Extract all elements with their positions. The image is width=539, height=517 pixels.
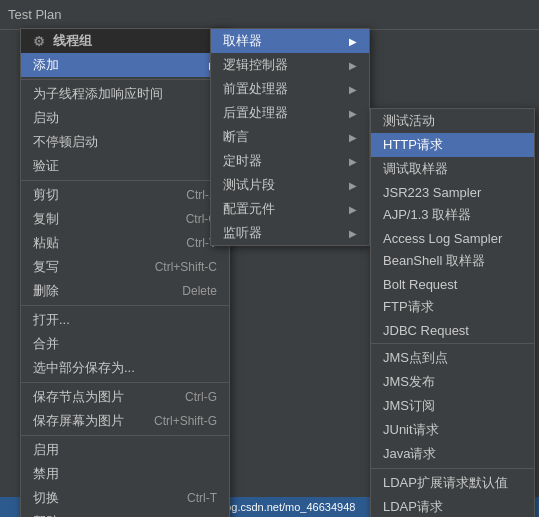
cut-label: 剪切 xyxy=(33,186,166,204)
jms-point-label: JMS点到点 xyxy=(383,349,522,367)
menu-item-jms-point[interactable]: JMS点到点 xyxy=(371,346,534,370)
menu-item-add-label: 添加 xyxy=(33,56,205,74)
menu-item-assertion[interactable]: 断言 ▶ xyxy=(211,125,369,149)
menu-item-start-no-pause[interactable]: 不停顿启动 xyxy=(21,130,229,154)
junit-label: JUnit请求 xyxy=(383,421,522,439)
menu-item-ldap-ext[interactable]: LDAP扩展请求默认值 xyxy=(371,471,534,495)
gear-icon: ⚙ xyxy=(33,34,47,48)
pre-proc-arrow: ▶ xyxy=(349,84,357,95)
menu-item-config[interactable]: 配置元件 ▶ xyxy=(211,197,369,221)
menu-item-bolt[interactable]: Bolt Request xyxy=(371,273,534,295)
context-menu-level1: ⚙ 线程组 添加 ▶ 为子线程添加响应时间 启动 不停顿启动 验证 剪切 Ctr… xyxy=(20,28,230,517)
help-label: 帮助 xyxy=(33,513,217,517)
java-label: Java请求 xyxy=(383,445,522,463)
separator-2 xyxy=(21,180,229,181)
delete-label: 删除 xyxy=(33,282,162,300)
menu-item-copy[interactable]: 复制 Ctrl-C xyxy=(21,207,229,231)
menu-item-jsr223[interactable]: JSR223 Sampler xyxy=(371,181,534,203)
save-screen-shortcut: Ctrl+Shift-G xyxy=(154,414,217,428)
menu-item-ftp[interactable]: FTP请求 xyxy=(371,295,534,319)
separator-m3-2 xyxy=(371,468,534,469)
sampler-arrow: ▶ xyxy=(349,36,357,47)
jsr223-label: JSR223 Sampler xyxy=(383,185,522,200)
menu-item-add-response-time[interactable]: 为子线程添加响应时间 xyxy=(21,82,229,106)
logic-ctrl-label: 逻辑控制器 xyxy=(223,56,345,74)
menu-item-jms-sub[interactable]: JMS订阅 xyxy=(371,394,534,418)
test-fragment-label: 测试片段 xyxy=(223,176,345,194)
duplicate-shortcut: Ctrl+Shift-C xyxy=(155,260,217,274)
paste-label: 粘贴 xyxy=(33,234,166,252)
sampler-label: 取样器 xyxy=(223,32,345,50)
start-label: 启动 xyxy=(33,109,217,127)
add-response-time-label: 为子线程添加响应时间 xyxy=(33,85,217,103)
menu-item-test-fragment[interactable]: 测试片段 ▶ xyxy=(211,173,369,197)
logic-ctrl-arrow: ▶ xyxy=(349,60,357,71)
menu-item-debug-sampler[interactable]: 调试取样器 xyxy=(371,157,534,181)
menu-item-add[interactable]: 添加 ▶ xyxy=(21,53,229,77)
copy-label: 复制 xyxy=(33,210,166,228)
jms-sub-label: JMS订阅 xyxy=(383,397,522,415)
menu-item-save-selection[interactable]: 选中部分保存为... xyxy=(21,356,229,380)
ldap-label: LDAP请求 xyxy=(383,498,522,516)
menu-item-beanshell[interactable]: BeanShell 取样器 xyxy=(371,249,534,273)
menu-item-save-screen-img[interactable]: 保存屏幕为图片 Ctrl+Shift-G xyxy=(21,409,229,433)
separator-3 xyxy=(21,305,229,306)
top-bar: Test Plan xyxy=(0,0,539,30)
test-activity-label: 测试活动 xyxy=(383,112,522,130)
menu-item-test-activity[interactable]: 测试活动 xyxy=(371,109,534,133)
menu-item-ajp[interactable]: AJP/1.3 取样器 xyxy=(371,203,534,227)
menu-item-java[interactable]: Java请求 xyxy=(371,442,534,466)
menu-item-disable[interactable]: 禁用 xyxy=(21,462,229,486)
menu-item-toggle[interactable]: 切换 Ctrl-T xyxy=(21,486,229,510)
menu-item-start[interactable]: 启动 xyxy=(21,106,229,130)
separator-4 xyxy=(21,382,229,383)
menu-item-merge[interactable]: 合并 xyxy=(21,332,229,356)
pre-proc-label: 前置处理器 xyxy=(223,80,345,98)
http-request-label: HTTP请求 xyxy=(383,136,522,154)
post-proc-label: 后置处理器 xyxy=(223,104,345,122)
menu-item-post-proc[interactable]: 后置处理器 ▶ xyxy=(211,101,369,125)
menu-header-label: 线程组 xyxy=(53,32,92,50)
duplicate-label: 复写 xyxy=(33,258,135,276)
menu-item-duplicate[interactable]: 复写 Ctrl+Shift-C xyxy=(21,255,229,279)
merge-label: 合并 xyxy=(33,335,217,353)
save-selection-label: 选中部分保存为... xyxy=(33,359,217,377)
menu-item-delete[interactable]: 删除 Delete xyxy=(21,279,229,303)
disable-label: 禁用 xyxy=(33,465,217,483)
menu-item-timer[interactable]: 定时器 ▶ xyxy=(211,149,369,173)
menu-item-pre-proc[interactable]: 前置处理器 ▶ xyxy=(211,77,369,101)
app-title: Test Plan xyxy=(8,7,61,22)
menu-item-validate[interactable]: 验证 xyxy=(21,154,229,178)
toggle-label: 切换 xyxy=(33,489,167,507)
menu-item-http-request[interactable]: HTTP请求 xyxy=(371,133,534,157)
menu-item-paste[interactable]: 粘贴 Ctrl-V xyxy=(21,231,229,255)
assertion-label: 断言 xyxy=(223,128,345,146)
menu-item-junit[interactable]: JUnit请求 xyxy=(371,418,534,442)
enable-label: 启用 xyxy=(33,441,217,459)
menu-item-ldap[interactable]: LDAP请求 xyxy=(371,495,534,517)
menu-item-access-log[interactable]: Access Log Sampler xyxy=(371,227,534,249)
ftp-label: FTP请求 xyxy=(383,298,522,316)
toggle-shortcut: Ctrl-T xyxy=(187,491,217,505)
post-proc-arrow: ▶ xyxy=(349,108,357,119)
validate-label: 验证 xyxy=(33,157,217,175)
menu-item-save-node-img[interactable]: 保存节点为图片 Ctrl-G xyxy=(21,385,229,409)
jdbc-label: JDBC Request xyxy=(383,323,522,338)
jms-pub-label: JMS发布 xyxy=(383,373,522,391)
menu-item-sampler[interactable]: 取样器 ▶ xyxy=(211,29,369,53)
menu-item-cut[interactable]: 剪切 Ctrl-X xyxy=(21,183,229,207)
config-label: 配置元件 xyxy=(223,200,345,218)
menu-item-enable[interactable]: 启用 xyxy=(21,438,229,462)
menu-item-open[interactable]: 打开... xyxy=(21,308,229,332)
menu-item-jdbc[interactable]: JDBC Request xyxy=(371,319,534,341)
save-node-shortcut: Ctrl-G xyxy=(185,390,217,404)
menu-item-listener[interactable]: 监听器 ▶ xyxy=(211,221,369,245)
listener-label: 监听器 xyxy=(223,224,345,242)
menu-item-logic-ctrl[interactable]: 逻辑控制器 ▶ xyxy=(211,53,369,77)
separator-1 xyxy=(21,79,229,80)
menu-item-help[interactable]: 帮助 xyxy=(21,510,229,517)
beanshell-label: BeanShell 取样器 xyxy=(383,252,522,270)
menu-item-jms-pub[interactable]: JMS发布 xyxy=(371,370,534,394)
open-label: 打开... xyxy=(33,311,217,329)
assertion-arrow: ▶ xyxy=(349,132,357,143)
